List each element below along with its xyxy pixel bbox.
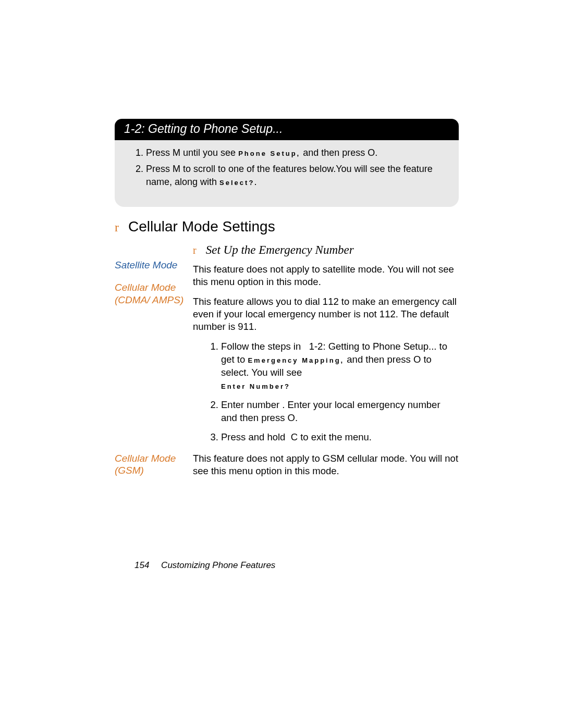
grey-step-2: Press M to scroll to one of the features… [146,163,443,189]
section-title: Cellular Mode Settings [128,218,275,235]
bullet-marker: r [115,220,119,234]
sub-heading: rSet Up the Emergency Number [193,243,459,257]
menu-emergency-mapping: Emergency Mapping, [248,356,344,364]
gsm-text: This feature does not apply to GSM cellu… [193,452,459,477]
menu-select: Select?. [219,179,258,187]
key-o: O [368,147,375,158]
side-satellite: Satellite Mode [115,259,193,272]
subsection-row: Satellite Mode Cellular Mode (CDMA/ AMPS… [115,243,459,450]
page-number: 154 [134,560,149,570]
side-column: Satellite Mode Cellular Mode (CDMA/ AMPS… [115,243,193,450]
side-gsm: Cellular Mode (GSM) [115,452,193,477]
gsm-content: This feature does not apply to GSM cellu… [193,452,459,488]
side-column-gsm: Cellular Mode (GSM) [115,452,193,488]
cdma-steps: Follow the steps in 1-2: Getting to Phon… [221,340,459,444]
key-m: M [173,147,180,158]
key-c: C [291,431,298,442]
content-column: rSet Up the Emergency Number This featur… [193,243,459,450]
key-o: O [413,354,421,365]
grey-step-1: Press M until you see Phone Setup, and t… [146,146,443,159]
side-cdma: Cellular Mode (CDMA/ AMPS) [115,281,193,401]
key-m: M [173,164,180,174]
page-footer: 154 Customizing Phone Features [134,560,275,571]
gsm-row: Cellular Mode (GSM) This feature does no… [115,452,459,488]
section-heading: rCellular Mode Settings [115,218,459,235]
procedure-title: Getting to Phone Setup... [148,122,283,135]
procedure-header: 1-2: Getting to Phone Setup... [115,119,459,140]
procedure-steps-box: Press M until you see Phone Setup, and t… [115,140,459,207]
page-content: 1-2: Getting to Phone Setup... Press M u… [115,119,459,487]
satellite-text: This feature does not apply to satellite… [193,263,459,288]
procedure-number: 1-2: [124,122,145,135]
cdma-step-1: Follow the steps in 1-2: Getting to Phon… [221,340,459,392]
key-o: O [288,412,295,423]
menu-enter-number: Enter Number? [221,382,290,390]
cdma-step-3: Press and hold C to exit the menu. [221,431,459,444]
cdma-step-2: Enter number . Enter your local emergenc… [221,399,459,425]
menu-phone-setup: Phone Setup, [238,150,300,157]
bullet-marker: r [193,244,197,256]
sub-title: Set Up the Emergency Number [206,243,354,256]
cdma-intro: This feature allows you to dial 112 to m… [193,295,459,333]
chapter-name: Customizing Phone Features [161,560,275,570]
